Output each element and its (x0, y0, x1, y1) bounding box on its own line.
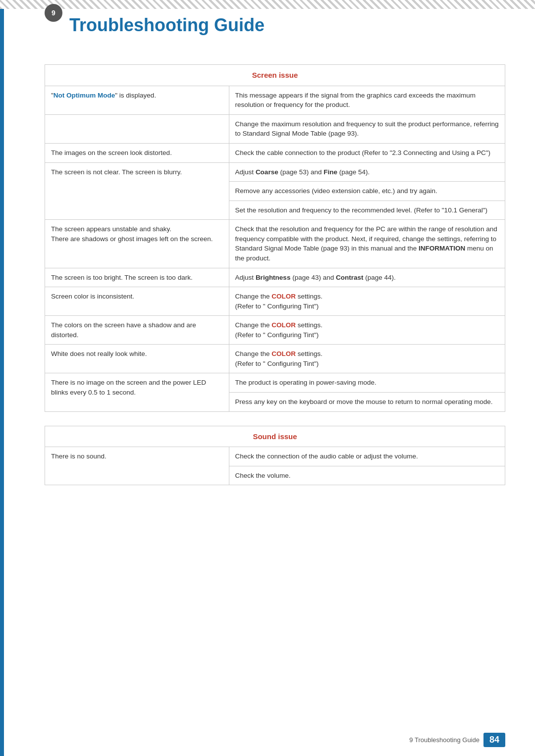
top-stripe (0, 0, 535, 9)
table-row: "Not Optimum Mode" is displayed. This me… (45, 86, 505, 114)
screen-issue-header: Screen issue (45, 65, 505, 86)
brightness-bold: Brightness (256, 274, 291, 281)
solution-cell: Change the COLOR settings. (Refer to " C… (229, 345, 505, 373)
table-row: Change the maximum resolution and freque… (45, 114, 505, 143)
problem-cell: The screen appears unstable and shaky. T… (45, 220, 229, 268)
page-number: 84 (483, 733, 505, 747)
solution-cell: Check the connection of the audio cable … (229, 447, 505, 466)
table-row: There is no image on the screen and the … (45, 373, 505, 393)
color-bold-3: COLOR (271, 350, 296, 357)
sound-issue-header: Sound issue (45, 426, 505, 447)
color-bold-1: COLOR (271, 293, 296, 300)
footer-label: 9 Troubleshooting Guide (409, 736, 480, 744)
problem-cell: Screen color is inconsistent. (45, 287, 229, 316)
solution-cell: Check the cable connection to the produc… (229, 144, 505, 163)
table-row: White does not really look white. Change… (45, 345, 505, 373)
page-title: Troubleshooting Guide (69, 15, 265, 36)
table-row: Screen color is inconsistent. Change the… (45, 287, 505, 316)
information-bold: INFORMATION (419, 245, 465, 252)
footer: 9 Troubleshooting Guide 84 (409, 733, 505, 747)
problem-cell-empty (45, 114, 229, 143)
solution-cell: Remove any accessories (video extension … (229, 182, 505, 201)
chapter-circle: 9 (45, 4, 62, 22)
table-row: The screen appears unstable and shaky. T… (45, 220, 505, 268)
problem-cell: The images on the screen look distorted. (45, 144, 229, 163)
table-row: The images on the screen look distorted.… (45, 144, 505, 163)
not-optimum-mode-bold: Not Optimum Mode (54, 92, 115, 99)
solution-cell: Set the resolution and frequency to the … (229, 201, 505, 220)
solution-cell: Check that the resolution and frequency … (229, 220, 505, 268)
problem-cell: There is no image on the screen and the … (45, 373, 229, 411)
solution-cell: The product is operating in power-saving… (229, 373, 505, 393)
coarse-bold: Coarse (256, 168, 278, 176)
fine-bold: Fine (323, 168, 337, 176)
chapter-number: 9 (52, 9, 55, 17)
problem-cell: The screen is too bright. The screen is … (45, 268, 229, 287)
solution-cell: Adjust Coarse (page 53) and Fine (page 5… (229, 162, 505, 182)
problem-cell: There is no sound. (45, 447, 229, 485)
solution-cell: Change the COLOR settings. (Refer to " C… (229, 316, 505, 345)
color-bold-2: COLOR (271, 321, 296, 329)
left-accent-bar (0, 0, 4, 756)
problem-cell: The colors on the screen have a shadow a… (45, 316, 229, 345)
table-row: The screen is too bright. The screen is … (45, 268, 505, 287)
table-row: There is no sound. Check the connection … (45, 447, 505, 466)
table-row: The colors on the screen have a shadow a… (45, 316, 505, 345)
solution-cell: Check the volume. (229, 466, 505, 485)
solution-cell: Press any key on the keyboard or move th… (229, 393, 505, 412)
solution-cell: Change the maximum resolution and freque… (229, 114, 505, 143)
table-row: The screen is not clear. The screen is b… (45, 162, 505, 182)
solution-cell: Adjust Brightness (page 43) and Contrast… (229, 268, 505, 287)
screen-issue-table: Screen issue "Not Optimum Mode" is displ… (45, 64, 505, 412)
content-area: Screen issue "Not Optimum Mode" is displ… (45, 64, 505, 726)
problem-cell: "Not Optimum Mode" is displayed. (45, 86, 229, 114)
contrast-bold: Contrast (336, 274, 364, 281)
problem-cell: The screen is not clear. The screen is b… (45, 162, 229, 220)
solution-cell: This message appears if the signal from … (229, 86, 505, 114)
problem-cell: White does not really look white. (45, 345, 229, 373)
solution-cell: Change the COLOR settings. (Refer to " C… (229, 287, 505, 316)
sound-issue-table: Sound issue There is no sound. Check the… (45, 426, 505, 486)
